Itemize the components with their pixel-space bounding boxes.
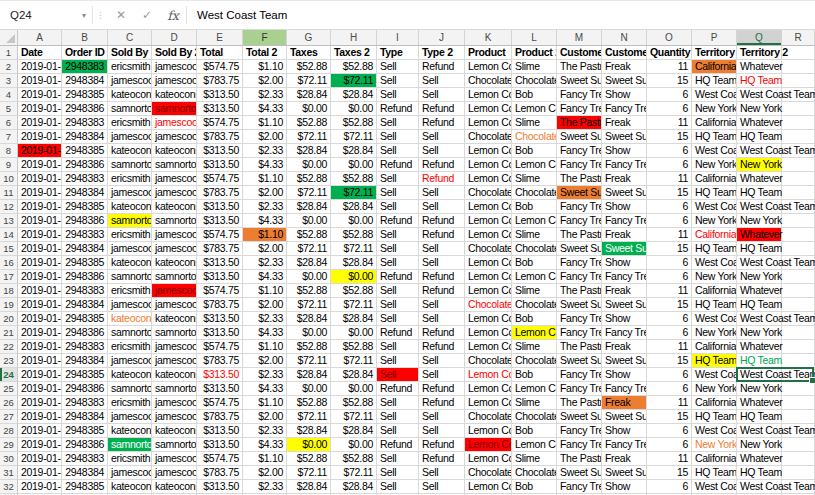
cell-K28[interactable]: Lemon Co [465, 424, 512, 438]
cell-F12[interactable]: $2.33 [243, 200, 287, 214]
cell-P9[interactable]: New York [692, 158, 737, 172]
insert-function-button[interactable]: fx [160, 1, 186, 29]
cell-J15[interactable]: Sell [419, 242, 465, 256]
cell-C5[interactable]: samnorto [108, 102, 152, 116]
cell-M31[interactable]: Sweet Sur [557, 466, 602, 480]
cell-P23[interactable]: HQ Team [692, 354, 737, 368]
cell-M6[interactable]: The Pastry [557, 116, 602, 130]
cell-C21[interactable]: samnorto [108, 326, 152, 340]
cell-D9[interactable]: samnorto [152, 158, 197, 172]
cell-P10[interactable]: California [692, 172, 737, 186]
cell-F30[interactable]: $1.10 [243, 452, 287, 466]
cell-J4[interactable]: Sell [419, 88, 465, 102]
cell-M12[interactable]: Fancy Trea [557, 200, 602, 214]
cell-A3[interactable]: 2019-01-0 [18, 74, 62, 88]
cell-P17[interactable]: New York [692, 270, 737, 284]
cell-E20[interactable]: $313.50 [197, 312, 243, 326]
cell-G30[interactable]: $52.88 [287, 452, 331, 466]
cell-H7[interactable]: $72.11 [331, 130, 377, 144]
cell-E31[interactable]: $783.75 [197, 466, 243, 480]
cell-N14[interactable]: Freak [602, 228, 647, 242]
cell-B30[interactable]: 2948383 [62, 452, 108, 466]
cell-Q32[interactable]: West Coast Team [737, 480, 782, 494]
cell-J24[interactable]: Sell [419, 368, 465, 382]
cell-J8[interactable]: Sell [419, 144, 465, 158]
row-header-25[interactable]: 25 [0, 382, 18, 396]
cell-O3[interactable]: 15 [647, 74, 692, 88]
cell-A13[interactable]: 2019-01-0 [18, 214, 62, 228]
cell-Q17[interactable]: New York [737, 270, 782, 284]
cell-J12[interactable]: Sell [419, 200, 465, 214]
cell-K22[interactable]: Lemon Co [465, 340, 512, 354]
cell-C25[interactable]: samnorto [108, 382, 152, 396]
cell-F27[interactable]: $2.00 [243, 410, 287, 424]
cell-H32[interactable]: $28.84 [331, 480, 377, 494]
cell-G23[interactable]: $72.11 [287, 354, 331, 368]
cell-H6[interactable]: $52.88 [331, 116, 377, 130]
cell-E16[interactable]: $313.50 [197, 256, 243, 270]
cell-D1[interactable]: Sold By 2 [152, 46, 197, 60]
cell-C3[interactable]: jamescool [108, 74, 152, 88]
cell-F13[interactable]: $4.33 [243, 214, 287, 228]
cell-A15[interactable]: 2019-01-0 [18, 242, 62, 256]
cell-I19[interactable]: Sell [377, 298, 419, 312]
cell-D7[interactable]: jamescool [152, 130, 197, 144]
name-box[interactable]: Q24 ▾ [0, 1, 92, 29]
cell-B23[interactable]: 2948384 [62, 354, 108, 368]
cell-D27[interactable]: jamescool [152, 410, 197, 424]
cell-Q10[interactable]: Whatever [737, 172, 782, 186]
cell-E13[interactable]: $313.50 [197, 214, 243, 228]
cell-M2[interactable]: The Pastry [557, 60, 602, 74]
cell-N32[interactable]: Show [602, 480, 647, 494]
cell-O32[interactable]: 6 [647, 480, 692, 494]
cell-F26[interactable]: $1.10 [243, 396, 287, 410]
cell-F8[interactable]: $2.33 [243, 144, 287, 158]
cell-Q15[interactable]: HQ Team [737, 242, 782, 256]
cell-K27[interactable]: Chocolate [465, 410, 512, 424]
cell-R29[interactable] [782, 438, 815, 452]
cell-C7[interactable]: jamescool [108, 130, 152, 144]
cell-F28[interactable]: $2.33 [243, 424, 287, 438]
cell-N13[interactable]: Fancy Trea [602, 214, 647, 228]
cell-E11[interactable]: $783.75 [197, 186, 243, 200]
cell-L14[interactable]: Slime [512, 228, 557, 242]
cell-F14[interactable]: $1.10 [243, 228, 287, 242]
cell-C26[interactable]: ericsmith [108, 396, 152, 410]
cell-L1[interactable]: Product 2 [512, 46, 557, 60]
cell-I7[interactable]: Sell [377, 130, 419, 144]
cell-F18[interactable]: $1.10 [243, 284, 287, 298]
cell-G27[interactable]: $72.11 [287, 410, 331, 424]
cell-M21[interactable]: Fancy Trea [557, 326, 602, 340]
row-header-4[interactable]: 4 [0, 88, 18, 102]
cell-R2[interactable] [782, 60, 815, 74]
cell-B4[interactable]: 2948385 [62, 88, 108, 102]
cell-B11[interactable]: 2948384 [62, 186, 108, 200]
cell-F25[interactable]: $4.33 [243, 382, 287, 396]
formula-input[interactable]: West Coast Team [187, 1, 815, 29]
cell-I3[interactable]: Sell [377, 74, 419, 88]
cell-K4[interactable]: Lemon Co [465, 88, 512, 102]
cell-C32[interactable]: kateoconr [108, 480, 152, 494]
cell-J17[interactable]: Refund [419, 270, 465, 284]
cell-H23[interactable]: $72.11 [331, 354, 377, 368]
cell-M27[interactable]: Sweet Sur [557, 410, 602, 424]
cell-Q12[interactable]: West Coast Team [737, 200, 782, 214]
cell-D19[interactable]: jamescool [152, 298, 197, 312]
cell-N11[interactable]: Sweet Sur [602, 186, 647, 200]
cell-G12[interactable]: $28.84 [287, 200, 331, 214]
cell-A25[interactable]: 2019-01-0 [18, 382, 62, 396]
cell-F31[interactable]: $2.00 [243, 466, 287, 480]
cell-L24[interactable]: Bob [512, 368, 557, 382]
cell-I24[interactable]: Sell [377, 368, 419, 382]
cell-E2[interactable]: $574.75 [197, 60, 243, 74]
cell-J10[interactable]: Refund [419, 172, 465, 186]
column-header-O[interactable]: O [647, 30, 692, 45]
row-header-20[interactable]: 20 [0, 312, 18, 326]
cell-C31[interactable]: jamescool [108, 466, 152, 480]
cell-I18[interactable]: Sell [377, 284, 419, 298]
cell-B29[interactable]: 2948386 [62, 438, 108, 452]
cell-K1[interactable]: Product [465, 46, 512, 60]
cell-C6[interactable]: ericsmith [108, 116, 152, 130]
cell-E15[interactable]: $783.75 [197, 242, 243, 256]
cell-K24[interactable]: Lemon Co [465, 368, 512, 382]
